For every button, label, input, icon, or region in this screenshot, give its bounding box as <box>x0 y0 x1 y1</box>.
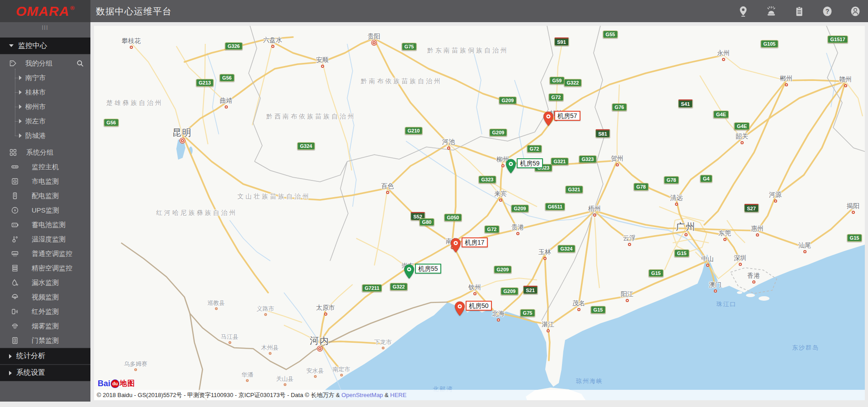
pin-icon <box>404 264 415 279</box>
here-link[interactable]: HERE <box>390 392 406 398</box>
clipboard-icon <box>794 6 805 17</box>
user-button[interactable] <box>850 5 862 17</box>
room-marker-label[interactable]: 机房59 <box>517 158 543 168</box>
sidebar-item-infrared[interactable]: 红外监测 <box>0 304 90 319</box>
sidebar-item-smoke[interactable]: 烟雾监测 <box>0 319 90 333</box>
help-button[interactable] <box>822 5 834 17</box>
baidu-logo-map: 地图 <box>120 379 135 388</box>
sidebar-item-label: 红外监测 <box>32 308 59 316</box>
logs-button[interactable] <box>794 5 806 17</box>
section-statistics[interactable]: 统计分析 <box>0 348 90 364</box>
mains-icon <box>11 177 19 185</box>
sidebar-item-label: 监控主机 <box>32 163 59 171</box>
attribution-text: © 2018 Baidu - GS(2018)5572号 - 甲测资字11009… <box>97 392 341 398</box>
smoke-icon <box>11 322 19 330</box>
sidebar-item-label: 温湿度监测 <box>32 235 66 244</box>
ups-icon <box>11 206 19 214</box>
sidebar-item-label: UPS监测 <box>32 206 59 215</box>
page-title: 数据中心运维平台 <box>96 5 172 18</box>
map-base-layer <box>94 26 865 400</box>
map-canvas[interactable]: 楚雄彝族自治州红河哈尼族彝族自治州文山壮族苗族自治州黔西南布依族苗族自治州黔南布… <box>94 26 865 400</box>
sidebar-bottom-sections: 统计分析 系统设置 <box>0 348 90 381</box>
alarm-button[interactable] <box>766 5 778 17</box>
sidebar-item-ac-precision[interactable]: 精密空调监控 <box>0 261 90 275</box>
host-icon <box>11 163 19 171</box>
caret-right-icon <box>19 90 22 95</box>
search-icon[interactable] <box>76 59 84 67</box>
dist-icon <box>11 192 19 200</box>
sidebar-item-ac-normal[interactable]: 普通空调监控 <box>0 246 90 261</box>
sidebar-item-label: 视频监测 <box>32 293 59 302</box>
group-city-list: 南宁市 桂林市 柳州市 崇左市 防城港 <box>0 71 90 143</box>
sidebar-collapse-grip[interactable]: ||| <box>0 22 90 38</box>
location-button[interactable] <box>738 5 750 17</box>
sidebar-item-door-access[interactable]: 门禁监测 <box>0 333 90 348</box>
acp-icon <box>11 264 19 272</box>
leak-icon <box>11 279 19 287</box>
ac-icon <box>11 250 19 258</box>
baidu-maps-logo[interactable]: Bai du 地图 <box>98 379 135 388</box>
caret-right-icon <box>19 119 22 123</box>
sidebar-item-label: 蓄电池监测 <box>32 221 66 229</box>
app-window: OMARA ® 数据中心运维平台 ||| 监控中心 我的分组 南宁市 <box>0 0 868 407</box>
sidebar-item-battery[interactable]: 蓄电池监测 <box>0 218 90 232</box>
sidebar-item-label: 烟雾监测 <box>32 322 59 331</box>
sidebar-item-water-leak[interactable]: 漏水监测 <box>0 275 90 290</box>
sidebar-item-power-distribution[interactable]: 配电监测 <box>0 189 90 203</box>
monitor-tree: 我的分组 南宁市 桂林市 柳州市 崇左市 <box>0 54 90 348</box>
section-monitor-center[interactable]: 监控中心 <box>0 38 90 54</box>
user-icon <box>850 6 861 17</box>
baidu-paw-icon: du <box>111 379 119 388</box>
room-marker-label[interactable]: 机房17 <box>462 237 488 247</box>
caret-right-icon <box>9 371 12 375</box>
sidebar: ||| 监控中心 我的分组 南宁市 桂林市 <box>0 22 90 402</box>
sidebar-item-city-group[interactable]: 防城港 <box>0 128 90 143</box>
sidebar-item-label: 精密空调监控 <box>32 264 72 273</box>
caret-right-icon <box>19 104 22 109</box>
temphum-icon <box>11 235 19 243</box>
door-icon <box>11 336 19 345</box>
sidebar-item-city-group[interactable]: 柳州市 <box>0 99 90 114</box>
section-label: 系统设置 <box>16 368 45 378</box>
sidebar-item-system-groups[interactable]: 系统分组 <box>0 145 90 160</box>
my-groups-label: 我的分组 <box>25 59 52 68</box>
openstreetmap-link[interactable]: OpenStreetMap <box>341 392 383 398</box>
video-icon <box>11 293 19 301</box>
caret-right-icon <box>19 133 22 138</box>
map-pin-icon <box>738 6 749 17</box>
room-marker-label[interactable]: 机房57 <box>554 111 580 121</box>
pin-icon <box>450 238 461 253</box>
city-group-label: 防城港 <box>25 132 46 140</box>
battery-icon <box>11 221 19 229</box>
room-marker-label[interactable]: 机房50 <box>466 301 492 311</box>
city-group-label: 柳州市 <box>25 103 46 111</box>
sidebar-item-host[interactable]: 监控主机 <box>0 160 90 174</box>
sidebar-item-mains-power[interactable]: 市电监测 <box>0 174 90 189</box>
caret-down-icon <box>9 44 14 47</box>
sidebar-item-my-groups[interactable]: 我的分组 <box>0 56 90 71</box>
sidebar-item-ups[interactable]: UPS监测 <box>0 203 90 218</box>
sidebar-item-video[interactable]: 视频监测 <box>0 290 90 304</box>
sidebar-item-label: 漏水监测 <box>32 279 59 287</box>
sidebar-item-label: 配电监测 <box>32 192 59 200</box>
app-header: OMARA ® 数据中心运维平台 <box>0 0 868 22</box>
map-attribution: © 2018 Baidu - GS(2018)5572号 - 甲测资字11009… <box>94 390 865 400</box>
group-icon <box>9 59 17 67</box>
room-marker-label[interactable]: 机房55 <box>415 264 441 274</box>
monitor-item-list: 监控主机 市电监测 配电监测 UPS监测 蓄电池监测 <box>0 160 90 348</box>
section-settings[interactable]: 系统设置 <box>0 364 90 381</box>
pin-icon <box>505 159 516 174</box>
sidebar-item-label: 门禁监测 <box>32 336 59 345</box>
ir-icon <box>11 308 19 316</box>
grid-icon <box>9 148 17 156</box>
pin-icon <box>454 301 465 317</box>
sidebar-item-city-group[interactable]: 南宁市 <box>0 71 90 85</box>
section-label: 统计分析 <box>16 351 45 361</box>
header-toolbar <box>738 0 862 22</box>
sidebar-item-temp-humidity[interactable]: 温湿度监测 <box>0 232 90 246</box>
sidebar-item-city-group[interactable]: 崇左市 <box>0 114 90 128</box>
city-group-label: 桂林市 <box>25 88 46 97</box>
sidebar-item-city-group[interactable]: 桂林市 <box>0 85 90 99</box>
brand-registered-mark: ® <box>70 5 75 11</box>
help-icon <box>822 6 833 17</box>
